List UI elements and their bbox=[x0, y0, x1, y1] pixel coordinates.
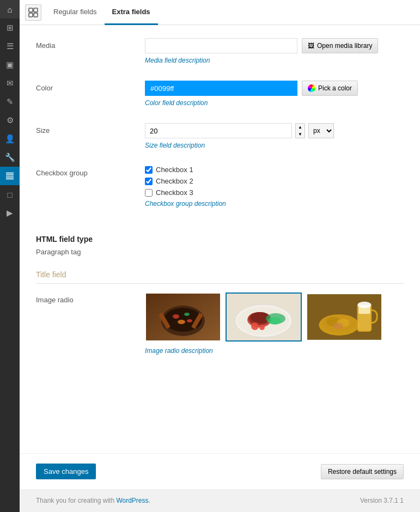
checkbox-item-2: Checkbox 2 bbox=[145, 177, 404, 185]
image-radio-section: Image radio bbox=[36, 284, 404, 363]
checkbox-2-label: Checkbox 2 bbox=[156, 177, 193, 185]
svg-rect-7 bbox=[34, 13, 38, 17]
html-section-tag: Paragraph tag bbox=[36, 248, 404, 256]
open-media-library-button[interactable]: 🖼 Open media library bbox=[302, 38, 378, 53]
image-radio-description: Image radio description bbox=[145, 347, 404, 355]
media-field-control: 🖼 Open media library Media field descrip… bbox=[145, 38, 404, 64]
image-radio-option-0[interactable] bbox=[145, 292, 221, 342]
media-field-label: Media bbox=[36, 38, 145, 50]
pick-a-color-button[interactable]: Pick a color bbox=[302, 81, 358, 96]
main-area: Regular fields Extra fields Media 🖼 Open… bbox=[20, 0, 420, 512]
save-changes-button[interactable]: Save changes bbox=[36, 464, 96, 479]
food-image-3 bbox=[307, 294, 381, 340]
title-field-section: Title field bbox=[36, 261, 404, 284]
svg-point-14 bbox=[184, 313, 190, 316]
size-field-label: Size bbox=[36, 123, 145, 135]
svg-rect-4 bbox=[29, 8, 33, 12]
food-image-2 bbox=[227, 294, 301, 340]
checkbox-3-label: Checkbox 3 bbox=[156, 188, 193, 197]
sidebar-item-tools[interactable]: 🔧 bbox=[0, 148, 20, 167]
checkbox-group-control: Checkbox 1 Checkbox 2 Checkbox 3 Checkbo… bbox=[145, 166, 404, 208]
svg-rect-0 bbox=[6, 173, 14, 174]
title-field-label: Title field bbox=[36, 270, 404, 279]
sidebar-item-extra[interactable]: □ bbox=[0, 185, 20, 204]
svg-rect-2 bbox=[6, 176, 14, 178]
svg-point-24 bbox=[268, 317, 281, 325]
sidebar-item-media[interactable]: ▣ bbox=[0, 56, 20, 74]
size-unit-select[interactable]: px em % bbox=[308, 123, 334, 138]
svg-point-34 bbox=[333, 323, 343, 330]
sidebar-item-plugins[interactable]: ⚙ bbox=[0, 111, 20, 130]
html-section-title: HTML field type bbox=[36, 235, 404, 243]
settings-icon bbox=[5, 171, 15, 181]
media-library-icon: 🖼 bbox=[308, 42, 314, 50]
checkbox-2[interactable] bbox=[145, 178, 153, 185]
color-circle-icon bbox=[308, 84, 315, 92]
checkbox-1-label: Checkbox 1 bbox=[156, 166, 193, 174]
sidebar-item-expand[interactable]: ▶ bbox=[0, 204, 20, 222]
svg-point-25 bbox=[251, 322, 259, 330]
color-input[interactable] bbox=[145, 81, 297, 96]
size-field-row: Size ▲ ▼ px em % Size field description bbox=[36, 123, 404, 155]
tab-regular-fields[interactable]: Regular fields bbox=[46, 0, 105, 25]
sidebar-item-comments[interactable]: ✉ bbox=[0, 74, 20, 93]
size-spinner: ▲ ▼ bbox=[295, 123, 305, 138]
footer: Thank you for creating with WordPress. V… bbox=[20, 489, 420, 512]
checkbox-group-label: Checkbox group bbox=[36, 166, 145, 177]
tab-extra-fields[interactable]: Extra fields bbox=[105, 0, 158, 25]
checkbox-group-description: Checkbox group description bbox=[145, 200, 404, 208]
sidebar: ⌂ ⊞ ☰ ▣ ✉ ✎ ⚙ 👤 🔧 □ ▶ bbox=[0, 0, 20, 512]
action-bar: Save changes Restore default settings bbox=[20, 453, 420, 489]
svg-point-15 bbox=[178, 320, 185, 324]
media-field-row: Media 🖼 Open media library Media field d… bbox=[36, 38, 404, 70]
checkbox-item-1: Checkbox 1 bbox=[145, 166, 404, 174]
svg-rect-5 bbox=[34, 8, 38, 12]
svg-rect-1 bbox=[6, 174, 14, 175]
svg-point-26 bbox=[259, 325, 265, 330]
footer-link[interactable]: WordPress. bbox=[116, 497, 150, 504]
svg-rect-6 bbox=[29, 13, 33, 17]
size-increment-button[interactable]: ▲ bbox=[296, 124, 305, 131]
tab-bar-icon bbox=[25, 4, 41, 21]
html-field-type-section: HTML field type Paragraph tag bbox=[36, 224, 404, 261]
svg-rect-3 bbox=[6, 179, 14, 180]
size-decrement-button[interactable]: ▼ bbox=[296, 131, 305, 138]
image-radio-option-2[interactable] bbox=[306, 292, 382, 342]
content-area: Media 🖼 Open media library Media field d… bbox=[20, 25, 420, 453]
checkbox-item-3: Checkbox 3 bbox=[145, 188, 404, 197]
size-field-control: ▲ ▼ px em % Size field description bbox=[145, 123, 404, 149]
media-input[interactable] bbox=[145, 38, 297, 53]
tab-bar: Regular fields Extra fields bbox=[20, 0, 420, 25]
media-field-description: Media field description bbox=[145, 57, 404, 64]
sidebar-item-pages[interactable]: ☰ bbox=[0, 37, 20, 56]
color-field-row: Color Pick a color Color field descripti… bbox=[36, 81, 404, 112]
footer-version: Version 3.7.1 1 bbox=[360, 497, 404, 504]
checkbox-3[interactable] bbox=[145, 189, 153, 197]
checkbox-1[interactable] bbox=[145, 166, 153, 174]
image-radio-label: Image radio bbox=[36, 292, 145, 304]
svg-point-16 bbox=[187, 319, 192, 322]
svg-point-13 bbox=[173, 314, 179, 319]
image-radio-images bbox=[145, 292, 404, 342]
size-input[interactable] bbox=[145, 123, 292, 138]
grid-icon bbox=[28, 8, 38, 17]
sidebar-item-users[interactable]: 👤 bbox=[0, 130, 20, 148]
size-field-description: Size field description bbox=[145, 142, 404, 149]
svg-point-38 bbox=[357, 302, 371, 308]
image-radio-control: Image radio description bbox=[145, 292, 404, 355]
sidebar-item-dashboard[interactable]: ⊞ bbox=[0, 19, 20, 37]
image-radio-option-1[interactable] bbox=[226, 292, 302, 342]
color-field-description: Color field description bbox=[145, 99, 404, 107]
sidebar-item-home[interactable]: ⌂ bbox=[0, 0, 20, 19]
sidebar-item-appearance[interactable]: ✎ bbox=[0, 93, 20, 111]
footer-text: Thank you for creating with WordPress. bbox=[36, 497, 150, 504]
color-field-control: Pick a color Color field description bbox=[145, 81, 404, 107]
image-radio-row: Image radio bbox=[36, 292, 404, 355]
restore-default-settings-button[interactable]: Restore default settings bbox=[321, 464, 404, 479]
color-field-label: Color bbox=[36, 81, 145, 92]
sidebar-item-settings[interactable] bbox=[0, 167, 20, 185]
checkbox-group-row: Checkbox group Checkbox 1 Checkbox 2 Che… bbox=[36, 166, 404, 213]
food-image-1 bbox=[146, 294, 220, 340]
